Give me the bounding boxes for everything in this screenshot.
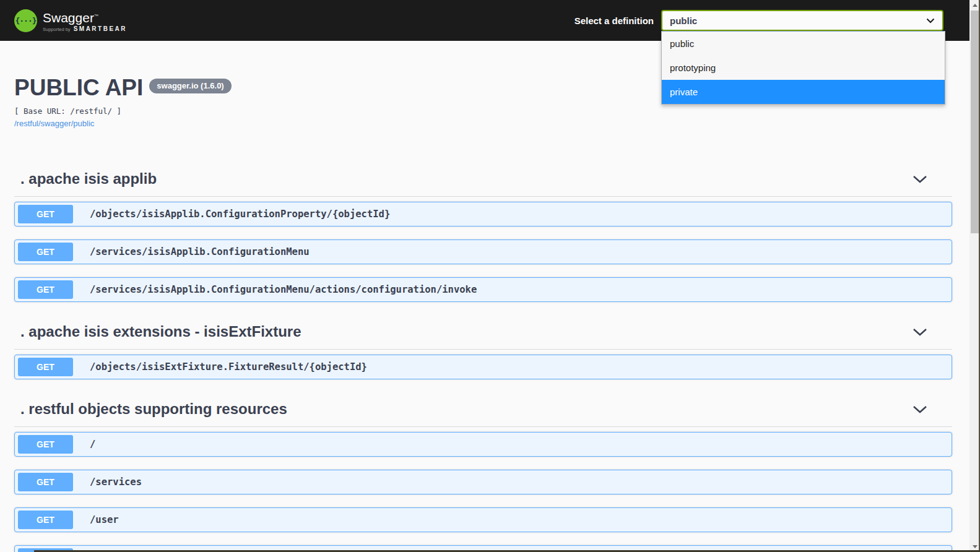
tag-header[interactable]: . apache isis applib — [14, 162, 952, 197]
endpoint-row[interactable]: GET /objects/isisExtFixture.FixtureResul… — [14, 355, 952, 379]
definition-select[interactable]: public — [661, 10, 943, 31]
endpoint-path: / — [90, 439, 95, 450]
endpoint-row[interactable]: GET / — [14, 432, 952, 457]
api-sections: . apache isis applib GET /objects/isisAp… — [14, 162, 952, 552]
definition-dropdown-list: publicprototypingprivate — [661, 31, 945, 105]
endpoint-row[interactable]: GET /objects/isisApplib.ConfigurationPro… — [14, 202, 952, 226]
endpoint-path: /user — [90, 514, 119, 525]
definition-selector-area: Select a definition public — [575, 10, 943, 31]
supported-by-label: Supported by — [43, 27, 71, 32]
swagger-brand: {···} Swagger™ Supported by SMARTBEAR — [14, 9, 127, 32]
chevron-down-icon[interactable] — [913, 175, 927, 183]
endpoint-list: GET / GET /services GET /user GET — [14, 427, 952, 552]
endpoint-path: /objects/isisExtFixture.FixtureResult/{o… — [90, 361, 367, 373]
scrollbar-thumb[interactable] — [971, 11, 979, 233]
endpoint-row[interactable]: GET /services/isisApplib.ConfigurationMe… — [14, 277, 952, 302]
brand-subtitle: Supported by SMARTBEAR — [43, 25, 127, 32]
chevron-down-icon[interactable] — [913, 405, 927, 413]
tag-title: . apache isis applib — [20, 170, 157, 188]
method-badge: GET — [18, 511, 73, 529]
method-badge: GET — [18, 358, 73, 376]
definition-select-value: public — [670, 15, 697, 26]
method-badge: GET — [18, 243, 73, 261]
base-url: [ Base URL: /restful/ ] — [14, 106, 952, 116]
endpoint-list: GET /objects/isisApplib.ConfigurationPro… — [14, 197, 952, 302]
page-title: PUBLIC API — [14, 74, 143, 101]
select-definition-label: Select a definition — [575, 15, 654, 26]
spec-link[interactable]: /restful/swagger/public — [14, 119, 94, 128]
dropdown-option[interactable]: prototyping — [662, 56, 945, 80]
version-badge: swagger.io (1.6.0) — [149, 79, 231, 93]
brand-name: Swagger™ — [43, 9, 127, 25]
tag-header[interactable]: . apache isis extensions - isisExtFixtur… — [14, 314, 952, 350]
endpoint-path: /services — [90, 477, 142, 488]
endpoint-list: GET /objects/isisExtFixture.FixtureResul… — [14, 350, 952, 379]
endpoint-row[interactable]: GET /user — [14, 507, 952, 532]
brand-text: Swagger™ Supported by SMARTBEAR — [43, 9, 127, 32]
scroll-up-icon — [973, 4, 978, 7]
method-badge: GET — [18, 205, 73, 223]
tag-title: . apache isis extensions - isisExtFixtur… — [20, 323, 301, 340]
endpoint-row[interactable]: GET /services — [14, 470, 952, 494]
endpoint-row[interactable]: GET /services/isisApplib.ConfigurationMe… — [14, 239, 952, 264]
chevron-down-icon[interactable] — [913, 328, 927, 336]
api-tag-section: . restful objects supporting resources G… — [14, 392, 952, 552]
tag-header[interactable]: . restful objects supporting resources — [14, 392, 952, 427]
api-tag-section: . apache isis applib GET /objects/isisAp… — [14, 162, 952, 302]
endpoint-path: /services/isisApplib.ConfigurationMenu — [90, 246, 310, 257]
smartbear-label: SMARTBEAR — [74, 25, 127, 32]
api-tag-section: . apache isis extensions - isisExtFixtur… — [14, 314, 952, 379]
method-badge: GET — [18, 435, 73, 454]
dropdown-option[interactable]: public — [662, 32, 945, 56]
method-badge: GET — [18, 473, 73, 491]
main-content: PUBLIC API swagger.io (1.6.0) [ Base URL… — [0, 41, 969, 552]
endpoint-path: /objects/isisApplib.ConfigurationPropert… — [90, 209, 390, 220]
trademark: ™ — [94, 14, 98, 18]
chevron-down-icon — [926, 18, 935, 24]
tag-title: . restful objects supporting resources — [20, 400, 287, 418]
dropdown-option[interactable]: private — [662, 80, 945, 104]
endpoint-path: /services/isisApplib.ConfigurationMenu/a… — [90, 284, 477, 295]
swagger-logo-icon: {···} — [14, 9, 37, 32]
scroll-down-icon — [973, 545, 978, 548]
method-badge: GET — [18, 280, 73, 299]
